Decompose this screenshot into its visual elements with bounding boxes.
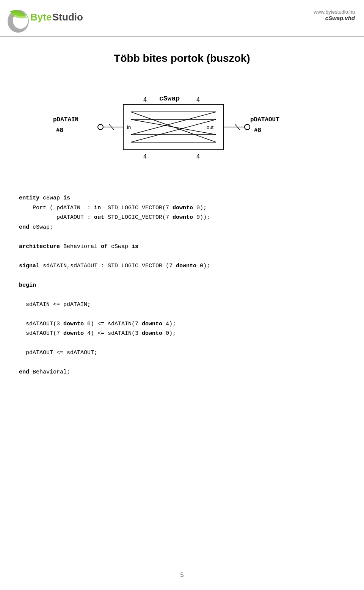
header-divider bbox=[0, 36, 364, 37]
code-line-blank2 bbox=[19, 251, 345, 261]
code-line-blank7 bbox=[19, 358, 345, 368]
svg-text:4: 4 bbox=[143, 96, 147, 103]
page-title: Több bites portok (buszok) bbox=[0, 52, 364, 64]
code-line-blank3 bbox=[19, 271, 345, 281]
code-line-8: sdATAIN <= pdATAIN; bbox=[19, 300, 345, 310]
svg-text:pDATAOUT: pDATAOUT bbox=[250, 116, 279, 123]
logo-area: Byte Studio bbox=[7, 7, 90, 33]
svg-text:Byte: Byte bbox=[30, 11, 52, 23]
code-line-9: sdATAOUT(3 downto 0) <= sdATAIN(7 downto… bbox=[19, 319, 345, 329]
code-line-1: entity cSwap is bbox=[19, 193, 345, 203]
code-line-blank1 bbox=[19, 232, 345, 242]
svg-text:Studio: Studio bbox=[52, 11, 83, 23]
svg-text:4: 4 bbox=[196, 153, 200, 160]
header-right: www.bytestudio.hu cSwap.vhd bbox=[314, 7, 355, 21]
svg-text:#8: #8 bbox=[56, 127, 63, 134]
code-line-12: end Behavioral; bbox=[19, 367, 345, 377]
code-line-blank6 bbox=[19, 339, 345, 348]
filename: cSwap.vhd bbox=[314, 15, 355, 21]
svg-point-9 bbox=[245, 124, 250, 130]
svg-text:pDATAIN: pDATAIN bbox=[53, 116, 78, 123]
svg-text:out: out bbox=[207, 124, 213, 130]
code-line-6: signal sdATAIN,sdATAOUT : STD_LOGIC_VECT… bbox=[19, 261, 345, 271]
website-url: www.bytestudio.hu bbox=[314, 9, 355, 15]
page-header: Byte Studio www.bytestudio.hu cSwap.vhd bbox=[0, 0, 364, 36]
code-line-blank5 bbox=[19, 309, 345, 319]
svg-text:in: in bbox=[127, 124, 131, 130]
code-line-4: end cSwap; bbox=[19, 223, 345, 232]
code-line-7: begin bbox=[19, 281, 345, 290]
code-line-3: pdATAOUT : out STD_LOGIC_VECTOR(7 downto… bbox=[19, 213, 345, 223]
svg-point-5 bbox=[98, 124, 103, 130]
bytestudio-logo: Byte Studio bbox=[7, 7, 90, 33]
code-line-2: Port ( pdATAIN : in STD_LOGIC_VECTOR(7 d… bbox=[19, 203, 345, 213]
code-line-5: architecture Behavioral of cSwap is bbox=[19, 242, 345, 252]
svg-text:#8: #8 bbox=[254, 127, 261, 134]
svg-text:4: 4 bbox=[143, 153, 147, 160]
code-block: entity cSwap is Port ( pdATAIN : in STD_… bbox=[0, 193, 364, 377]
code-line-10: sdATAOUT(7 downto 4) <= sdATAIN(3 downto… bbox=[19, 329, 345, 339]
diagram-container: pDATAIN #8 pDATAOUT #8 cSwap 4 4 4 4 bbox=[0, 76, 364, 178]
code-line-blank4 bbox=[19, 290, 345, 300]
code-line-11: pdATAOUT <= sdATAOUT; bbox=[19, 348, 345, 358]
circuit-diagram: pDATAIN #8 pDATAOUT #8 cSwap 4 4 4 4 bbox=[49, 76, 315, 178]
page-number: 5 bbox=[180, 572, 184, 579]
svg-text:4: 4 bbox=[196, 96, 200, 103]
svg-text:cSwap: cSwap bbox=[159, 95, 180, 102]
